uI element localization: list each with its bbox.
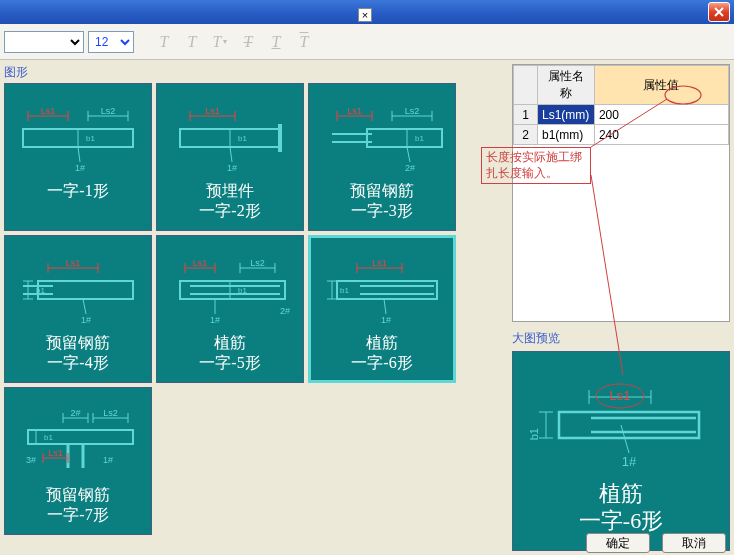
shape-title: 预留钢筋一字-7形 — [46, 485, 110, 525]
svg-text:1#: 1# — [75, 163, 85, 173]
svg-text:Ls1: Ls1 — [372, 258, 387, 268]
svg-text:b1: b1 — [86, 134, 95, 143]
text-style-btn-3[interactable]: T▾ — [208, 30, 232, 54]
footer-buttons: 确定 取消 — [586, 533, 726, 553]
svg-text:3#: 3# — [26, 455, 36, 465]
svg-text:1#: 1# — [103, 455, 113, 465]
svg-text:b1: b1 — [340, 286, 349, 295]
svg-text:Ls2: Ls2 — [103, 408, 118, 418]
shape-card[interactable]: Ls1 Ls2 b1 1# 一字-1形 — [4, 83, 152, 231]
svg-text:2#: 2# — [280, 306, 290, 316]
prop-name: Ls1(mm) — [538, 105, 595, 125]
preview-box: Ls1 b1 1# 植筋一字-6形 — [512, 351, 730, 551]
svg-text:2#: 2# — [405, 163, 415, 173]
row-index: 1 — [514, 105, 538, 125]
preview-title: 植筋一字-6形 — [579, 480, 663, 535]
text-style-btn-1[interactable]: T — [152, 30, 176, 54]
shape-thumbnail: 2# Ls2 Ls13#1# b1 — [8, 408, 148, 483]
annotation-callout: 长度按实际施工绑扎长度输入。 — [481, 147, 591, 184]
prop-value[interactable] — [594, 105, 728, 125]
prop-value-input[interactable] — [599, 128, 724, 142]
svg-text:1#: 1# — [227, 163, 237, 173]
svg-text:1#: 1# — [210, 315, 220, 325]
property-table: 属性名称 属性值 1Ls1(mm)2b1(mm) — [513, 65, 729, 145]
shape-thumbnail: Ls1 Ls2 b1 2# — [312, 104, 452, 179]
property-panel: 属性名称 属性值 1Ls1(mm)2b1(mm) 长度按实际施工绑扎长度输入。 … — [512, 64, 730, 551]
prop-value-input[interactable] — [599, 108, 724, 122]
text-style-btn-4[interactable]: T — [236, 30, 260, 54]
shape-title: 植筋一字-6形 — [351, 333, 412, 373]
table-row[interactable]: 1Ls1(mm) — [514, 105, 729, 125]
svg-text:Ls2: Ls2 — [405, 106, 420, 116]
shape-card[interactable]: Ls1 Ls2 b1 2# 预留钢筋一字-3形 — [308, 83, 456, 231]
shape-thumbnail: Ls1 b1 1# — [8, 256, 148, 331]
svg-text:1#: 1# — [622, 454, 637, 469]
svg-text:Ls1: Ls1 — [48, 448, 63, 458]
panel-close-button[interactable]: × — [358, 8, 372, 22]
prop-value[interactable] — [594, 125, 728, 145]
table-row[interactable]: 2b1(mm) — [514, 125, 729, 145]
shape-thumbnail: Ls1 Ls2 b1 1#2# — [160, 256, 300, 331]
close-icon — [714, 7, 724, 17]
shape-card[interactable]: Ls1 b1 1# 预埋件一字-2形 — [156, 83, 304, 231]
window-close-button[interactable] — [708, 2, 730, 22]
cancel-button[interactable]: 取消 — [662, 533, 726, 553]
svg-text:b1: b1 — [238, 286, 247, 295]
svg-rect-65 — [180, 281, 285, 299]
shape-card[interactable]: Ls1 Ls2 b1 1#2# 植筋一字-5形 — [156, 235, 304, 383]
svg-text:b1: b1 — [415, 134, 424, 143]
shape-title: 一字-1形 — [47, 181, 108, 201]
col-value-header: 属性值 — [594, 66, 728, 105]
shape-card[interactable]: Ls1 b1 1# 预留钢筋一字-4形 — [4, 235, 152, 383]
shape-thumbnail: Ls1 b1 1# — [160, 104, 300, 179]
svg-line-86 — [384, 299, 386, 314]
svg-text:Ls2: Ls2 — [101, 106, 116, 116]
svg-line-55 — [83, 299, 86, 314]
svg-text:Ls1: Ls1 — [610, 388, 631, 403]
format-toolbar: × 12 T T T▾ T T T — [0, 24, 734, 60]
row-index: 2 — [514, 125, 538, 145]
svg-rect-79 — [337, 281, 437, 299]
shape-title: 植筋一字-5形 — [199, 333, 260, 373]
svg-text:Ls2: Ls2 — [250, 258, 265, 268]
svg-rect-121 — [559, 412, 699, 438]
preview-svg: Ls1 b1 1# — [521, 368, 721, 478]
font-combo[interactable] — [4, 31, 84, 53]
svg-text:b1: b1 — [528, 428, 540, 440]
shape-thumbnail: Ls1 b1 1# — [312, 256, 452, 331]
col-name-header: 属性名称 — [538, 66, 595, 105]
svg-text:2#: 2# — [70, 408, 80, 418]
property-table-wrap: 属性名称 属性值 1Ls1(mm)2b1(mm) 长度按实际施工绑扎长度输入。 — [512, 64, 730, 322]
svg-text:Ls1: Ls1 — [193, 258, 208, 268]
svg-rect-35 — [367, 129, 442, 147]
prop-name: b1(mm) — [538, 125, 595, 145]
font-size-combo[interactable]: 12 — [88, 31, 134, 53]
preview-label: 大图预览 — [512, 330, 730, 347]
svg-text:1#: 1# — [381, 315, 391, 325]
shape-title: 预埋件一字-2形 — [199, 181, 260, 221]
shape-thumbnail: Ls1 Ls2 b1 1# — [8, 104, 148, 179]
shape-title: 预留钢筋一字-4形 — [46, 333, 110, 373]
shape-group-label: 图形 — [4, 64, 506, 81]
svg-text:Ls1: Ls1 — [347, 106, 362, 116]
text-style-btn-2[interactable]: T — [180, 30, 204, 54]
svg-text:b1: b1 — [36, 286, 45, 295]
shape-title: 预留钢筋一字-3形 — [350, 181, 414, 221]
svg-text:Ls1: Ls1 — [66, 258, 81, 268]
svg-line-13 — [78, 147, 80, 162]
svg-text:1#: 1# — [81, 315, 91, 325]
svg-text:Ls1: Ls1 — [41, 106, 56, 116]
text-style-btn-6[interactable]: T — [292, 30, 316, 54]
svg-text:b1: b1 — [238, 134, 247, 143]
svg-text:b1: b1 — [44, 433, 53, 442]
svg-text:Ls1: Ls1 — [205, 106, 220, 116]
shape-card[interactable]: Ls1 b1 1# 植筋一字-6形 — [308, 235, 456, 383]
svg-line-25 — [230, 147, 232, 162]
svg-line-42 — [407, 147, 410, 162]
ok-button[interactable]: 确定 — [586, 533, 650, 553]
shape-panel: 图形 Ls1 Ls2 b1 1# 一字-1形 Ls1 — [4, 64, 506, 551]
svg-rect-48 — [38, 281, 133, 299]
text-style-btn-5[interactable]: T — [264, 30, 288, 54]
shape-card[interactable]: 2# Ls2 Ls13#1# b1 预留钢筋一字-7形 — [4, 387, 152, 535]
